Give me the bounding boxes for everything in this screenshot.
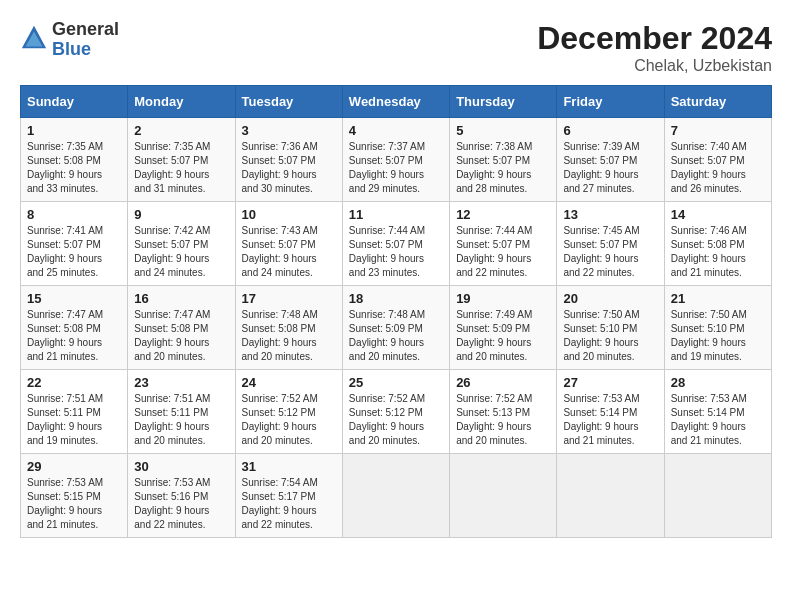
day-detail: Sunrise: 7:50 AM Sunset: 5:10 PM Dayligh… xyxy=(563,308,657,364)
day-detail: Sunrise: 7:47 AM Sunset: 5:08 PM Dayligh… xyxy=(27,308,121,364)
day-detail: Sunrise: 7:45 AM Sunset: 5:07 PM Dayligh… xyxy=(563,224,657,280)
calendar-week-4: 22 Sunrise: 7:51 AM Sunset: 5:11 PM Dayl… xyxy=(21,370,772,454)
col-saturday: Saturday xyxy=(664,86,771,118)
calendar-week-5: 29 Sunrise: 7:53 AM Sunset: 5:15 PM Dayl… xyxy=(21,454,772,538)
day-number: 29 xyxy=(27,459,121,474)
calendar-cell: 2 Sunrise: 7:35 AM Sunset: 5:07 PM Dayli… xyxy=(128,118,235,202)
calendar-cell: 23 Sunrise: 7:51 AM Sunset: 5:11 PM Dayl… xyxy=(128,370,235,454)
day-detail: Sunrise: 7:52 AM Sunset: 5:12 PM Dayligh… xyxy=(349,392,443,448)
day-detail: Sunrise: 7:40 AM Sunset: 5:07 PM Dayligh… xyxy=(671,140,765,196)
day-number: 10 xyxy=(242,207,336,222)
day-number: 26 xyxy=(456,375,550,390)
col-monday: Monday xyxy=(128,86,235,118)
day-number: 20 xyxy=(563,291,657,306)
calendar-cell: 12 Sunrise: 7:44 AM Sunset: 5:07 PM Dayl… xyxy=(450,202,557,286)
day-detail: Sunrise: 7:51 AM Sunset: 5:11 PM Dayligh… xyxy=(27,392,121,448)
calendar-cell: 22 Sunrise: 7:51 AM Sunset: 5:11 PM Dayl… xyxy=(21,370,128,454)
calendar-cell: 9 Sunrise: 7:42 AM Sunset: 5:07 PM Dayli… xyxy=(128,202,235,286)
day-detail: Sunrise: 7:52 AM Sunset: 5:12 PM Dayligh… xyxy=(242,392,336,448)
calendar-cell: 29 Sunrise: 7:53 AM Sunset: 5:15 PM Dayl… xyxy=(21,454,128,538)
calendar-cell: 17 Sunrise: 7:48 AM Sunset: 5:08 PM Dayl… xyxy=(235,286,342,370)
day-detail: Sunrise: 7:50 AM Sunset: 5:10 PM Dayligh… xyxy=(671,308,765,364)
day-number: 5 xyxy=(456,123,550,138)
day-number: 28 xyxy=(671,375,765,390)
logo-blue: Blue xyxy=(52,39,91,59)
logo-general: General xyxy=(52,19,119,39)
day-number: 31 xyxy=(242,459,336,474)
day-detail: Sunrise: 7:46 AM Sunset: 5:08 PM Dayligh… xyxy=(671,224,765,280)
calendar-cell: 3 Sunrise: 7:36 AM Sunset: 5:07 PM Dayli… xyxy=(235,118,342,202)
logo: General Blue xyxy=(20,20,119,60)
day-number: 12 xyxy=(456,207,550,222)
calendar-cell: 7 Sunrise: 7:40 AM Sunset: 5:07 PM Dayli… xyxy=(664,118,771,202)
calendar-cell: 14 Sunrise: 7:46 AM Sunset: 5:08 PM Dayl… xyxy=(664,202,771,286)
day-detail: Sunrise: 7:47 AM Sunset: 5:08 PM Dayligh… xyxy=(134,308,228,364)
day-number: 1 xyxy=(27,123,121,138)
calendar-cell: 1 Sunrise: 7:35 AM Sunset: 5:08 PM Dayli… xyxy=(21,118,128,202)
calendar-cell: 6 Sunrise: 7:39 AM Sunset: 5:07 PM Dayli… xyxy=(557,118,664,202)
calendar-cell: 11 Sunrise: 7:44 AM Sunset: 5:07 PM Dayl… xyxy=(342,202,449,286)
calendar-cell: 20 Sunrise: 7:50 AM Sunset: 5:10 PM Dayl… xyxy=(557,286,664,370)
day-number: 8 xyxy=(27,207,121,222)
calendar-cell xyxy=(450,454,557,538)
day-number: 21 xyxy=(671,291,765,306)
calendar-cell: 13 Sunrise: 7:45 AM Sunset: 5:07 PM Dayl… xyxy=(557,202,664,286)
logo-icon xyxy=(20,24,48,56)
calendar-cell: 10 Sunrise: 7:43 AM Sunset: 5:07 PM Dayl… xyxy=(235,202,342,286)
day-number: 24 xyxy=(242,375,336,390)
day-detail: Sunrise: 7:43 AM Sunset: 5:07 PM Dayligh… xyxy=(242,224,336,280)
day-number: 13 xyxy=(563,207,657,222)
day-detail: Sunrise: 7:35 AM Sunset: 5:07 PM Dayligh… xyxy=(134,140,228,196)
calendar-cell: 5 Sunrise: 7:38 AM Sunset: 5:07 PM Dayli… xyxy=(450,118,557,202)
col-thursday: Thursday xyxy=(450,86,557,118)
day-detail: Sunrise: 7:48 AM Sunset: 5:08 PM Dayligh… xyxy=(242,308,336,364)
calendar-cell xyxy=(664,454,771,538)
calendar-cell: 30 Sunrise: 7:53 AM Sunset: 5:16 PM Dayl… xyxy=(128,454,235,538)
day-detail: Sunrise: 7:44 AM Sunset: 5:07 PM Dayligh… xyxy=(349,224,443,280)
subtitle: Chelak, Uzbekistan xyxy=(537,57,772,75)
calendar-week-2: 8 Sunrise: 7:41 AM Sunset: 5:07 PM Dayli… xyxy=(21,202,772,286)
day-detail: Sunrise: 7:53 AM Sunset: 5:14 PM Dayligh… xyxy=(563,392,657,448)
day-detail: Sunrise: 7:37 AM Sunset: 5:07 PM Dayligh… xyxy=(349,140,443,196)
day-detail: Sunrise: 7:41 AM Sunset: 5:07 PM Dayligh… xyxy=(27,224,121,280)
day-number: 25 xyxy=(349,375,443,390)
calendar-cell: 24 Sunrise: 7:52 AM Sunset: 5:12 PM Dayl… xyxy=(235,370,342,454)
day-detail: Sunrise: 7:52 AM Sunset: 5:13 PM Dayligh… xyxy=(456,392,550,448)
calendar-cell: 26 Sunrise: 7:52 AM Sunset: 5:13 PM Dayl… xyxy=(450,370,557,454)
day-detail: Sunrise: 7:48 AM Sunset: 5:09 PM Dayligh… xyxy=(349,308,443,364)
day-number: 3 xyxy=(242,123,336,138)
day-detail: Sunrise: 7:38 AM Sunset: 5:07 PM Dayligh… xyxy=(456,140,550,196)
day-number: 18 xyxy=(349,291,443,306)
calendar-cell: 21 Sunrise: 7:50 AM Sunset: 5:10 PM Dayl… xyxy=(664,286,771,370)
day-number: 2 xyxy=(134,123,228,138)
calendar-cell: 28 Sunrise: 7:53 AM Sunset: 5:14 PM Dayl… xyxy=(664,370,771,454)
calendar-cell: 18 Sunrise: 7:48 AM Sunset: 5:09 PM Dayl… xyxy=(342,286,449,370)
day-number: 27 xyxy=(563,375,657,390)
calendar-cell xyxy=(342,454,449,538)
calendar-cell: 25 Sunrise: 7:52 AM Sunset: 5:12 PM Dayl… xyxy=(342,370,449,454)
day-number: 30 xyxy=(134,459,228,474)
day-detail: Sunrise: 7:36 AM Sunset: 5:07 PM Dayligh… xyxy=(242,140,336,196)
day-detail: Sunrise: 7:49 AM Sunset: 5:09 PM Dayligh… xyxy=(456,308,550,364)
calendar-cell: 16 Sunrise: 7:47 AM Sunset: 5:08 PM Dayl… xyxy=(128,286,235,370)
day-detail: Sunrise: 7:53 AM Sunset: 5:15 PM Dayligh… xyxy=(27,476,121,532)
day-number: 4 xyxy=(349,123,443,138)
calendar-cell: 31 Sunrise: 7:54 AM Sunset: 5:17 PM Dayl… xyxy=(235,454,342,538)
day-number: 19 xyxy=(456,291,550,306)
col-tuesday: Tuesday xyxy=(235,86,342,118)
main-title: December 2024 xyxy=(537,20,772,57)
calendar-cell: 15 Sunrise: 7:47 AM Sunset: 5:08 PM Dayl… xyxy=(21,286,128,370)
day-detail: Sunrise: 7:51 AM Sunset: 5:11 PM Dayligh… xyxy=(134,392,228,448)
day-number: 11 xyxy=(349,207,443,222)
day-number: 14 xyxy=(671,207,765,222)
title-area: December 2024 Chelak, Uzbekistan xyxy=(537,20,772,75)
col-wednesday: Wednesday xyxy=(342,86,449,118)
calendar-cell xyxy=(557,454,664,538)
day-number: 6 xyxy=(563,123,657,138)
calendar-cell: 4 Sunrise: 7:37 AM Sunset: 5:07 PM Dayli… xyxy=(342,118,449,202)
day-detail: Sunrise: 7:53 AM Sunset: 5:14 PM Dayligh… xyxy=(671,392,765,448)
day-number: 9 xyxy=(134,207,228,222)
logo-text: General Blue xyxy=(52,20,119,60)
calendar-table: Sunday Monday Tuesday Wednesday Thursday… xyxy=(20,85,772,538)
col-friday: Friday xyxy=(557,86,664,118)
